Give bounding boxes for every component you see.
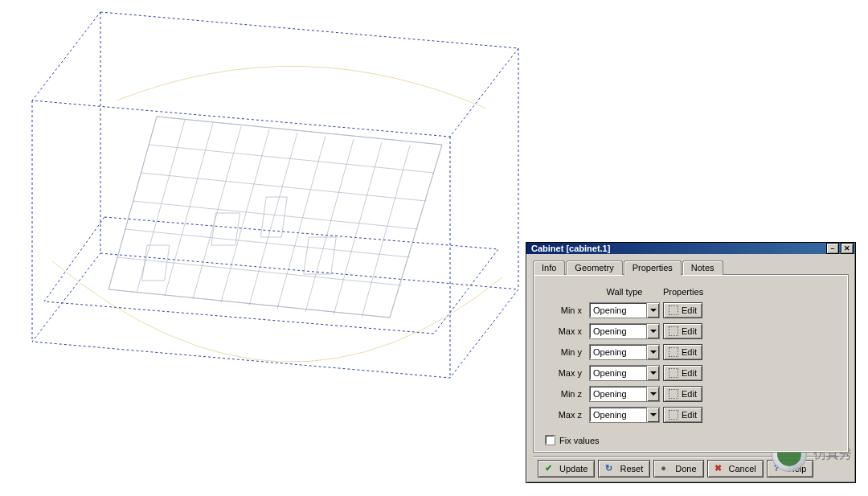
table-row: Max x Opening Edit — [547, 322, 704, 340]
svg-line-20 — [149, 145, 434, 173]
circle-icon: ● — [661, 463, 671, 473]
chevron-down-icon[interactable] — [646, 303, 659, 318]
edit-icon — [669, 368, 678, 378]
svg-line-10 — [165, 123, 213, 296]
svg-line-25 — [108, 289, 390, 318]
dialog-titlebar[interactable]: Cabinet [cabinet.1] – ✕ — [526, 243, 855, 254]
reset-button[interactable]: ↻ Reset — [598, 460, 650, 478]
svg-line-24 — [117, 257, 402, 285]
svg-line-12 — [221, 129, 269, 302]
chevron-down-icon[interactable] — [646, 408, 659, 422]
chevron-down-icon[interactable] — [646, 387, 659, 401]
fix-values-label: Fix values — [559, 436, 600, 445]
svg-line-19 — [157, 117, 442, 145]
table-row: Min y Opening Edit — [547, 343, 704, 361]
wall-type-table: Wall type Properties Min x Opening — [545, 283, 706, 427]
dialog-button-row: ✔ Update ↻ Reset ● Done ✖ Cancel ? Help — [533, 456, 849, 480]
tab-properties[interactable]: Properties — [624, 260, 682, 276]
edit-icon — [669, 389, 678, 399]
svg-line-16 — [334, 142, 382, 315]
walltype-select-minx[interactable]: Opening — [589, 302, 660, 318]
edit-icon — [669, 347, 678, 357]
svg-line-9 — [137, 120, 185, 293]
fix-values-checkbox[interactable] — [545, 435, 555, 445]
svg-rect-29 — [142, 245, 170, 281]
minimize-button[interactable]: – — [826, 243, 839, 254]
table-row: Min x Opening Edit — [547, 301, 704, 319]
svg-line-21 — [141, 173, 426, 201]
help-button[interactable]: ? Help — [767, 460, 814, 478]
cabinet-properties-dialog: Cabinet [cabinet.1] – ✕ Info Geometry Pr… — [526, 242, 856, 483]
walltype-select-maxz[interactable]: Opening — [589, 407, 660, 423]
svg-marker-6 — [44, 217, 498, 334]
tab-row: Info Geometry Properties Notes — [533, 259, 849, 275]
walltype-select-minz[interactable]: Opening — [589, 386, 660, 402]
row-label: Max x — [547, 322, 587, 340]
edit-button-minx[interactable]: Edit — [663, 302, 702, 318]
walltype-select-maxx[interactable]: Opening — [589, 323, 660, 339]
svg-line-11 — [193, 126, 241, 299]
walltype-select-maxy[interactable]: Opening — [589, 365, 660, 381]
update-button[interactable]: ✔ Update — [538, 460, 595, 478]
col-header-walltype: Wall type — [588, 286, 661, 298]
svg-line-15 — [305, 139, 354, 312]
chevron-down-icon[interactable] — [646, 345, 659, 359]
svg-line-14 — [277, 136, 326, 309]
row-label: Max y — [547, 364, 587, 382]
row-label: Min x — [547, 301, 587, 319]
x-icon: ✖ — [714, 463, 725, 473]
tab-geometry[interactable]: Geometry — [566, 260, 622, 275]
dialog-title: Cabinet [cabinet.1] — [528, 244, 825, 253]
edit-icon — [669, 326, 678, 336]
svg-marker-7 — [108, 117, 442, 318]
tab-info[interactable]: Info — [533, 260, 565, 275]
row-label: Min z — [547, 385, 587, 403]
walltype-select-miny[interactable]: Opening — [589, 344, 660, 360]
bounding-box-wireframe — [4, 4, 555, 466]
fix-values-checkbox-row: Fix values — [545, 435, 837, 445]
svg-line-22 — [133, 201, 418, 229]
edit-button-maxy[interactable]: Edit — [663, 365, 702, 381]
col-header-properties: Properties — [662, 286, 704, 298]
svg-rect-26 — [211, 213, 240, 245]
question-icon: ? — [774, 463, 784, 473]
chevron-down-icon[interactable] — [646, 366, 659, 380]
edit-button-miny[interactable]: Edit — [663, 344, 702, 360]
table-row: Max y Opening Edit — [547, 364, 704, 382]
edit-button-minz[interactable]: Edit — [663, 386, 702, 402]
edit-icon — [669, 305, 678, 315]
edit-button-maxx[interactable]: Edit — [663, 323, 702, 339]
tab-body-properties: Wall type Properties Min x Opening — [533, 274, 849, 453]
cancel-button[interactable]: ✖ Cancel — [707, 460, 764, 478]
table-row: Min z Opening Edit — [547, 385, 704, 403]
edit-icon — [669, 410, 678, 420]
done-button[interactable]: ● Done — [653, 460, 703, 478]
row-label: Min y — [547, 343, 587, 361]
svg-rect-27 — [260, 197, 287, 237]
chevron-down-icon[interactable] — [646, 324, 659, 338]
close-button[interactable]: ✕ — [841, 243, 854, 254]
svg-marker-0 — [32, 12, 518, 137]
svg-line-23 — [125, 229, 410, 257]
refresh-icon: ↻ — [605, 463, 616, 473]
svg-marker-1 — [32, 253, 518, 378]
svg-rect-28 — [304, 237, 336, 274]
edit-button-maxz[interactable]: Edit — [663, 407, 702, 423]
svg-line-13 — [249, 133, 297, 305]
row-label: Max z — [547, 406, 587, 424]
table-row: Max z Opening Edit — [547, 406, 704, 424]
check-icon: ✔ — [545, 463, 555, 473]
svg-line-18 — [390, 145, 442, 318]
svg-line-8 — [108, 117, 157, 289]
tab-notes[interactable]: Notes — [682, 260, 723, 275]
svg-line-17 — [362, 146, 410, 318]
